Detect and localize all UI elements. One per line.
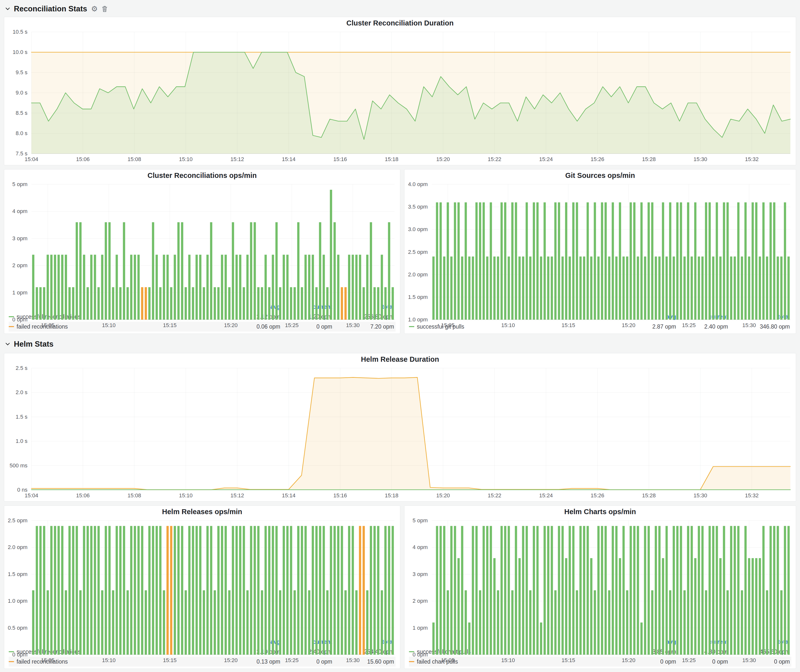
bar-series — [32, 526, 394, 655]
chart-cluster-reconciliation-duration: 7.5 s8.0 s8.5 s9.0 s9.5 s10.0 s10.5 s15:… — [4, 29, 796, 165]
panel-title-text: Cluster Reconciliation Duration — [346, 19, 453, 27]
trash-icon[interactable] — [102, 5, 107, 12]
chevron-down-icon — [5, 7, 10, 10]
section-helm-stats[interactable]: Helm Stats — [4, 338, 796, 350]
chart-helm-releases-opm: 0 opm0.5 opm1.0 opm1.5 opm2.0 opm2.5 opm… — [4, 518, 400, 636]
chart-canvas — [405, 518, 796, 666]
panel-title-text: Cluster Reconciliations ops/min — [147, 171, 257, 180]
panel-cluster-reconciliation-duration: Cluster Reconciliation Duration 7.5 s8.0… — [4, 17, 796, 165]
chart-canvas — [4, 29, 796, 165]
chevron-down-icon — [5, 343, 10, 346]
section-reconciliation-stats[interactable]: Reconciliation Stats ⚙ — [4, 2, 796, 15]
chart-helm-charts-opm: 0 opm1 opm2 opm3 opm4 opm5 opm15:0515:10… — [405, 518, 796, 636]
panel-title-text: Helm Releases ops/min — [162, 508, 242, 516]
chart-canvas — [4, 181, 400, 331]
chart-canvas — [405, 181, 796, 331]
panel-title[interactable]: Helm Release Duration — [4, 353, 796, 365]
bar-series — [32, 190, 394, 320]
panel-helm-charts-opm: Helm Charts ops/min 0 opm1 opm2 opm3 opm… — [404, 506, 796, 669]
dashboard: Reconciliation Stats ⚙ Cluster Reconcili… — [0, 0, 800, 669]
line-series — [31, 377, 790, 490]
chart-canvas — [4, 518, 400, 666]
section-title[interactable]: Reconciliation Stats — [14, 5, 87, 13]
chart-git-sources-opm: 1.0 opm1.5 opm2.0 opm2.5 opm3.0 opm3.5 o… — [405, 181, 796, 311]
panel-title-text: Helm Charts ops/min — [564, 508, 636, 516]
panel-title[interactable]: Cluster Reconciliations ops/min — [4, 170, 400, 181]
panel-helm-release-duration: Helm Release Duration 0 ns500 ms1.0 s1.5… — [4, 353, 796, 502]
panel-title[interactable]: Cluster Reconciliation Duration — [4, 17, 796, 29]
panel-title-text: Git Sources ops/min — [565, 171, 635, 180]
section-title[interactable]: Helm Stats — [14, 340, 53, 349]
panel-git-sources-opm: Git Sources ops/min 1.0 opm1.5 opm2.0 op… — [404, 169, 796, 334]
panel-title-text: Helm Release Duration — [361, 355, 439, 363]
bar-series — [432, 202, 790, 320]
panel-title[interactable]: Helm Releases ops/min — [4, 506, 400, 518]
panel-title[interactable]: Git Sources ops/min — [405, 170, 796, 181]
panel-title[interactable]: Helm Charts ops/min — [405, 506, 796, 518]
bar-series — [432, 526, 790, 655]
panel-helm-releases-opm: Helm Releases ops/min 0 opm0.5 opm1.0 op… — [4, 506, 400, 669]
panel-cluster-reconciliations-opm: Cluster Reconciliations ops/min 0 opm1 o… — [4, 169, 400, 334]
chart-helm-release-duration: 0 ns500 ms1.0 s1.5 s2.0 s2.5 s15:0415:06… — [4, 365, 796, 501]
chart-cluster-reconciliations-opm: 0 opm1 opm2 opm3 opm4 opm5 opm15:0515:10… — [4, 181, 400, 301]
chart-canvas — [4, 365, 796, 501]
gear-icon[interactable]: ⚙ — [91, 5, 98, 13]
